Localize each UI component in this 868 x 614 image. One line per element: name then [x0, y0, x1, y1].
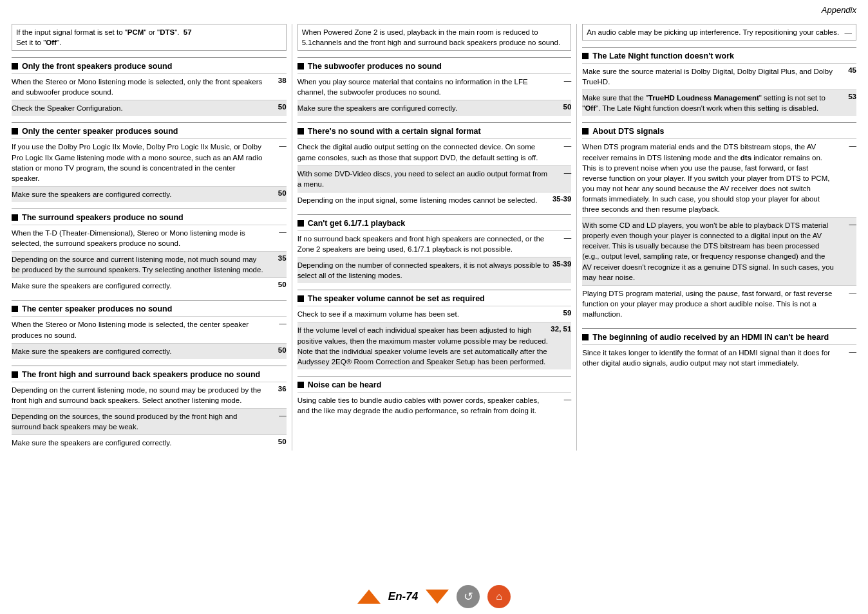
entry-dash: —: [267, 319, 287, 327]
section-icon: [12, 371, 18, 378]
top-entry-col3-dash: —: [842, 27, 852, 37]
entry-num: 50: [267, 346, 287, 354]
entry-dash: —: [552, 395, 571, 403]
entry-num: 45: [837, 66, 856, 74]
entry-row: Make sure the speakers are configured co…: [12, 434, 287, 451]
entry-text: Check the Speaker Configuration.: [12, 103, 267, 113]
top-entry-col1-text: If the input signal format is set to "PC…: [16, 28, 192, 46]
entry-text: When the Stereo or Mono listening mode i…: [12, 77, 267, 97]
entry-num: 32, 51: [551, 325, 571, 333]
entry-row: Depending on the source and current list…: [12, 251, 287, 277]
entry-dash: —: [267, 142, 287, 149]
entry-text: When the T-D (Theater-Dimensional), Ster…: [12, 228, 267, 248]
section-signal-title: There's no sound with a certain signal f…: [297, 122, 572, 136]
section-icon: [582, 53, 589, 59]
next-page-button[interactable]: [426, 590, 449, 604]
entry-row: When you play source material that conta…: [297, 73, 572, 100]
entry-text: Make sure the speakers are configured co…: [297, 103, 552, 113]
entry-dash: —: [267, 411, 287, 419]
entry-num: 59: [552, 309, 571, 317]
entry-row: Make sure the speakers are configured co…: [297, 100, 572, 116]
top-entry-col1: If the input signal format is set to "PC…: [12, 24, 287, 51]
section-icon: [12, 128, 18, 135]
section-icon: [297, 220, 304, 227]
entry-row: Make sure the speakers are configured co…: [12, 343, 287, 359]
section-center-sound-title: Only the center speaker produces sound: [12, 122, 287, 136]
entry-text: Depending on the sources, the sound prod…: [12, 411, 267, 432]
entry-row: When DTS program material ends and the D…: [582, 138, 856, 217]
section-title-text: The beginning of audio received by an HD…: [592, 333, 829, 342]
entry-text: When the Stereo or Mono listening mode i…: [12, 319, 267, 340]
entry-row: Make sure the speakers are configured co…: [12, 186, 287, 202]
entry-row: If the volume level of each individual s…: [297, 322, 572, 369]
entry-num: 38: [267, 77, 287, 84]
section-icon: [297, 295, 304, 302]
entry-num: 50: [267, 438, 287, 445]
entry-num: 35-39: [552, 260, 571, 268]
entry-row: With some DVD-Video discs, you need to s…: [297, 165, 572, 192]
entry-row: Check the Speaker Configuration. 50: [12, 100, 287, 116]
section-title-text: The Late Night function doesn't work: [592, 51, 734, 60]
entry-num: 50: [267, 103, 287, 111]
entry-text: Depending on the source and current list…: [12, 254, 267, 275]
section-front-speakers-title: Only the front speakers produce sound: [12, 57, 287, 71]
section-subwoofer-title: The subwoofer produces no sound: [297, 57, 572, 71]
column-1: If the input signal format is set to "PC…: [6, 24, 292, 451]
entry-dash: —: [552, 77, 571, 84]
section-surround-no-sound-title: The surround speakers produce no sound: [12, 209, 287, 222]
top-entry-col3: An audio cable may be picking up interfe…: [582, 24, 856, 41]
home-icon: ⌂: [496, 591, 502, 602]
entry-row: Make sure that the "TrueHD Loudness Mana…: [582, 89, 856, 116]
entry-text: Playing DTS program material, using the …: [582, 288, 837, 319]
section-center-no-sound-title: The center speaker produces no sound: [12, 300, 287, 313]
back-button[interactable]: ↺: [457, 585, 480, 608]
section-title-text: Can't get 6.1/7.1 playback: [308, 219, 406, 228]
entry-num: 53: [837, 93, 856, 100]
section-hdmi-title: The beginning of audio received by an HD…: [582, 328, 856, 342]
home-button[interactable]: ⌂: [487, 585, 511, 608]
entry-num: 36: [267, 385, 287, 393]
section-icon: [582, 334, 589, 340]
section-playback-title: Can't get 6.1/7.1 playback: [297, 214, 572, 228]
section-icon: [297, 128, 304, 135]
entry-row: If you use the Dolby Pro Logic IIx Movie…: [12, 138, 287, 185]
entry-text: When you play source material that conta…: [297, 77, 552, 97]
entry-dash: —: [837, 348, 856, 355]
entry-row: With some CD and LD players, you won't b…: [582, 217, 856, 285]
section-title-text: About DTS signals: [592, 127, 664, 136]
column-3: An audio cable may be picking up interfe…: [576, 24, 862, 451]
entry-num: 50: [267, 281, 287, 288]
entry-text: Make sure the source material is Dolby D…: [582, 66, 837, 87]
page-label: En-74: [388, 590, 418, 603]
section-late-night-title: The Late Night function doesn't work: [582, 47, 856, 60]
entry-num: 35-39: [552, 195, 571, 203]
section-dts-title: About DTS signals: [582, 122, 856, 136]
entry-row: Check to see if a maximum volume has bee…: [297, 306, 572, 322]
prev-page-button[interactable]: [357, 590, 381, 604]
entry-row: Depending on the current listening mode,…: [12, 382, 287, 408]
entry-text: If you use the Dolby Pro Logic IIx Movie…: [12, 142, 267, 183]
section-title-text: The subwoofer produces no sound: [308, 62, 442, 71]
entry-text: Make sure the speakers are configured co…: [12, 281, 267, 291]
entry-text: Check to see if a maximum volume has bee…: [297, 309, 552, 319]
entry-text: Depending on the number of connected spe…: [297, 260, 552, 281]
section-icon: [297, 382, 304, 388]
entry-row: Since it takes longer to identify the fo…: [582, 344, 856, 371]
entry-text: Using cable ties to bundle audio cables …: [297, 395, 552, 416]
section-title-text: The front high and surround back speaker…: [22, 370, 260, 379]
entry-row: Check the digital audio output setting o…: [297, 138, 572, 165]
entry-text: Make sure that the "TrueHD Loudness Mana…: [582, 93, 837, 113]
section-icon: [582, 128, 589, 135]
entry-dash: —: [267, 228, 287, 236]
appendix-label: Appendix: [822, 5, 856, 15]
entry-text: With some DVD-Video discs, you need to s…: [297, 169, 552, 189]
entry-num: 35: [267, 254, 287, 262]
entry-dash: —: [552, 142, 571, 149]
entry-text: When DTS program material ends and the D…: [582, 142, 837, 214]
entry-text: Depending on the input signal, some list…: [297, 195, 552, 205]
entry-text: With some CD and LD players, you won't b…: [582, 220, 837, 283]
entry-num: 50: [267, 189, 287, 197]
entry-dash: —: [837, 142, 856, 149]
entry-row: Make sure the source material is Dolby D…: [582, 63, 856, 89]
section-volume-title: The speaker volume cannot be set as requ…: [297, 290, 572, 303]
